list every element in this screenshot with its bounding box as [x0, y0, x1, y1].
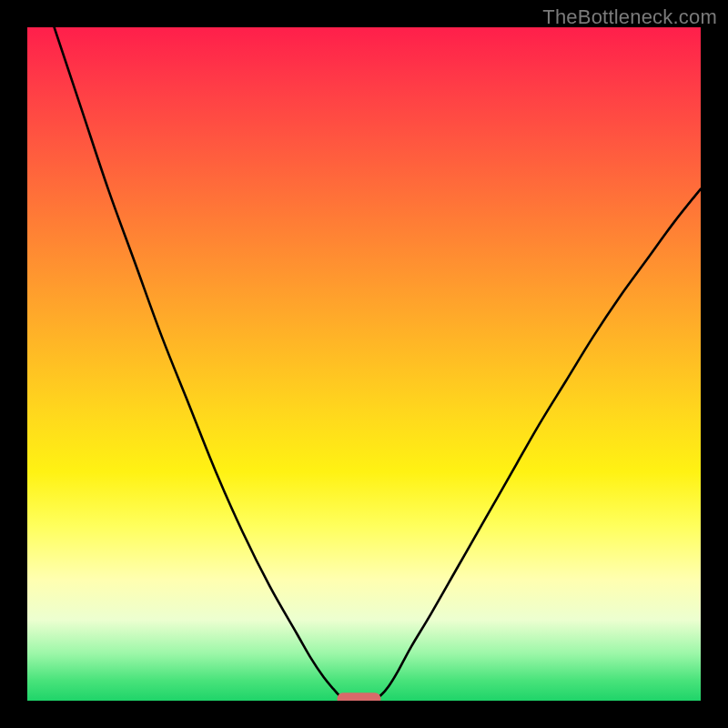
chart-frame: TheBottleneck.com: [0, 0, 728, 728]
curve-layer: [27, 27, 701, 701]
plot-area: [27, 27, 701, 701]
curve-right-branch: [373, 189, 701, 701]
watermark-text: TheBottleneck.com: [542, 5, 717, 29]
curve-left-branch: [55, 27, 346, 700]
bottleneck-marker: [337, 693, 380, 701]
